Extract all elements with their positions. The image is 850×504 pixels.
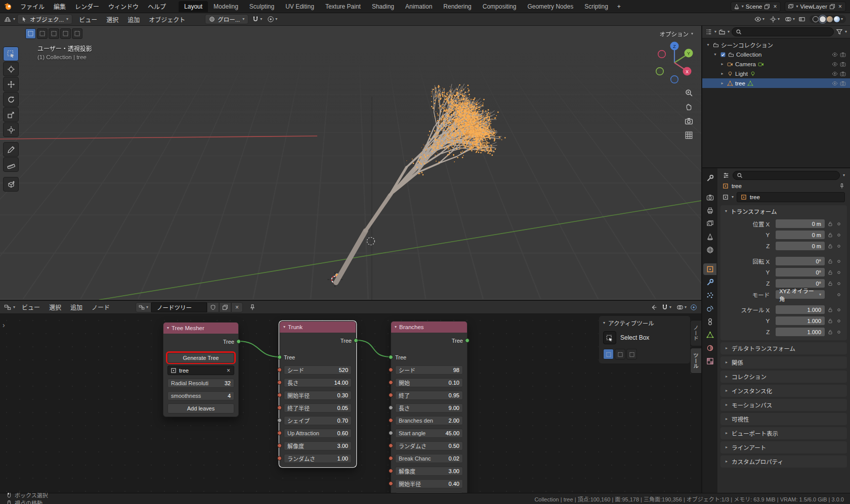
value-field[interactable]: シェイプ0.70 (284, 416, 352, 425)
panel-section[interactable]: ▸デルタトランスフォーム (720, 342, 847, 354)
value-field[interactable]: 1.000 (776, 316, 825, 325)
value-field[interactable]: 0 m (776, 219, 825, 228)
input-socket[interactable] (277, 405, 282, 410)
zoom-icon[interactable] (685, 88, 693, 97)
tool-rotate[interactable] (3, 92, 19, 107)
editor-type-icon[interactable] (4, 304, 11, 311)
input-socket[interactable] (277, 443, 282, 448)
context-path-toggle-icon[interactable] (690, 304, 697, 311)
value-field[interactable]: 長さ9.00 (395, 403, 463, 413)
tree-object[interactable] (0, 26, 701, 300)
lock-icon[interactable] (827, 269, 833, 276)
menu-item[interactable]: 選択 (102, 14, 123, 25)
expand-icon[interactable]: ▸ (719, 81, 725, 85)
animate-dot-icon[interactable] (836, 292, 842, 298)
expand-icon[interactable]: ▸ (719, 71, 725, 76)
node-header[interactable]: ▾Trunk (280, 322, 356, 333)
props-tab-object[interactable] (703, 263, 716, 275)
lock-icon[interactable] (827, 307, 833, 313)
expand-sidebar-arrow[interactable]: › (3, 321, 5, 329)
menu-item[interactable]: ウィンドウ (104, 2, 143, 12)
workspace-tab[interactable]: Scripting (579, 1, 614, 12)
panel-header[interactable]: ▾ トランスフォーム (720, 205, 847, 217)
animate-dot-icon[interactable] (836, 329, 842, 335)
outliner-item-label[interactable]: Light (735, 71, 748, 77)
value-field[interactable]: Radial Resoluti32 (167, 379, 234, 388)
animate-dot-icon[interactable] (836, 281, 842, 287)
value-field[interactable]: 0 m (776, 242, 825, 250)
animate-dot-icon[interactable] (836, 258, 842, 264)
value-field[interactable]: Branches den2.00 (395, 416, 463, 425)
props-tab-scene[interactable] (703, 231, 716, 243)
display-mode-icon[interactable] (718, 28, 726, 35)
panel-header[interactable]: ▾ アクティブツール (603, 319, 686, 327)
orientation-selector[interactable]: グロー... ▾ (205, 14, 248, 24)
value-field[interactable]: ランダムさ1.00 (284, 454, 352, 463)
clear-object-icon[interactable]: × (226, 368, 231, 374)
outliner-item-label[interactable]: Collection (736, 52, 762, 58)
select-mode-button[interactable] (37, 28, 48, 39)
props-tab-object-data[interactable] (703, 329, 716, 341)
props-tab-texture[interactable] (703, 355, 716, 367)
pan-icon[interactable] (685, 103, 693, 111)
snap-toggle[interactable]: ▾ (250, 16, 264, 23)
expand-icon[interactable]: ▾ (705, 42, 711, 47)
workspace-tab[interactable]: Layout (179, 1, 208, 12)
outliner-search-input[interactable] (732, 27, 834, 36)
menu-item[interactable]: ファイル (16, 2, 49, 12)
outliner-row[interactable]: ▾Collection (702, 50, 850, 59)
value-field[interactable]: シード98 (395, 365, 463, 375)
remove-viewlayer-icon[interactable]: × (837, 4, 843, 10)
panel-section[interactable]: ▸関係 (720, 356, 847, 369)
input-socket[interactable] (389, 405, 393, 410)
menu-item[interactable]: 選択 (45, 301, 66, 313)
lock-icon[interactable] (827, 243, 833, 249)
input-socket[interactable] (389, 355, 393, 359)
pin-icon[interactable] (249, 304, 256, 311)
output-socket[interactable] (465, 338, 470, 343)
node-trunk[interactable]: ▾TrunkTreeTreeシード520長さ14.00開始半径0.30終了半径0… (279, 321, 356, 467)
select-mode-button[interactable] (25, 28, 36, 39)
panel-section[interactable]: ▸ビューポート表示 (720, 427, 847, 439)
select-mode-set[interactable] (603, 349, 614, 359)
gizmo-x-neg[interactable] (658, 51, 666, 58)
workspace-tab[interactable]: Geometry Nodes (522, 1, 579, 12)
workspace-tab[interactable]: Rendering (438, 1, 477, 12)
tool-transform[interactable] (3, 122, 19, 137)
overlays-dropdown[interactable]: ▾ (675, 304, 688, 311)
workspace-tab[interactable]: Modeling (208, 1, 244, 12)
camera-view-icon[interactable] (685, 117, 693, 125)
value-field[interactable]: 0 m (776, 231, 825, 239)
input-socket[interactable] (277, 418, 282, 423)
input-socket[interactable] (277, 355, 282, 359)
value-field[interactable]: 0° (776, 257, 825, 265)
hide-viewport-icon[interactable] (832, 71, 838, 77)
panel-section[interactable]: ▸インスタンス化 (720, 385, 847, 397)
grid-ortho-icon[interactable] (685, 131, 693, 140)
options-dropdown[interactable]: オプション ▾ (659, 30, 693, 38)
sidebar-tab[interactable]: ノード (690, 320, 701, 346)
props-tab-modifiers[interactable] (703, 277, 716, 288)
disable-render-icon[interactable] (840, 80, 846, 86)
outliner-row[interactable]: ▸tree (702, 78, 850, 88)
node-tree-mesher[interactable]: ▾Tree MesherTreeGenerate Treetree×Radial… (163, 322, 239, 417)
lock-icon[interactable] (827, 221, 833, 227)
workspace-tab[interactable]: Texture Paint (320, 1, 366, 12)
menu-item[interactable]: ノード (87, 301, 114, 313)
props-tab-particles[interactable] (703, 290, 716, 301)
solid-shading-icon[interactable] (820, 16, 826, 22)
fake-user-button[interactable] (207, 302, 219, 312)
input-socket[interactable] (389, 380, 393, 385)
gizmos-dropdown[interactable]: ▾ (768, 16, 781, 23)
input-socket[interactable] (389, 469, 393, 473)
disable-render-icon[interactable] (840, 71, 846, 77)
props-tab-tool[interactable] (703, 172, 716, 184)
gizmo-y-neg[interactable] (656, 68, 664, 75)
rendered-shading-icon[interactable] (834, 16, 840, 22)
panel-section[interactable]: ▸モーションパス (720, 399, 847, 411)
select-mode-button[interactable] (72, 28, 82, 39)
value-field[interactable]: 終了0.95 (395, 391, 463, 400)
menu-item[interactable]: ビュー (17, 301, 45, 313)
node-link[interactable] (356, 340, 391, 357)
input-socket[interactable] (277, 393, 282, 397)
